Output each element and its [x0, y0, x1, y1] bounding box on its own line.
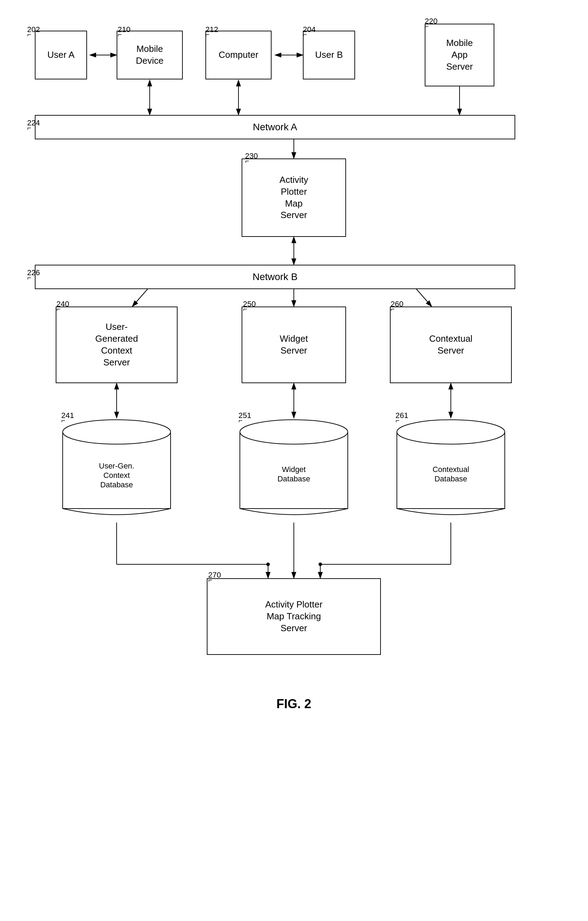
diagram: User A 202 ⌐ MobileDevice 210 ⌐ Computer…	[0, 0, 588, 921]
svg-text:Database: Database	[100, 480, 133, 489]
svg-point-30	[240, 420, 348, 444]
widget-server-box: WidgetServer	[242, 306, 346, 383]
ref-260-arrow: ⌐	[391, 305, 395, 313]
user-gen-context-server-box: User-GeneratedContextServer	[56, 306, 177, 383]
mobile-device-label: MobileDevice	[136, 43, 163, 67]
activity-plotter-map-tracking-server-label: Activity PlotterMap TrackingServer	[265, 599, 323, 634]
ref-240-arrow: ⌐	[57, 305, 60, 313]
svg-text:Contextual: Contextual	[432, 465, 469, 474]
widget-db: Widget Database 251 ⌐	[236, 418, 351, 522]
activity-plotter-map-server-label: ActivityPlotterMapServer	[279, 174, 308, 221]
network-a-label: Network A	[253, 122, 297, 133]
user-gen-context-server-label: User-GeneratedContextServer	[96, 321, 138, 368]
ref-212-arrow: ⌐	[205, 31, 210, 39]
activity-plotter-map-server-box: ActivityPlotterMapServer	[242, 158, 346, 237]
mobile-app-server-label: MobileAppServer	[446, 37, 473, 72]
mobile-app-server-box: MobileAppServer	[425, 24, 494, 86]
computer-label: Computer	[219, 49, 258, 61]
ref-241-arrow: ⌐	[61, 417, 65, 425]
user-b-box: User B	[303, 31, 355, 80]
user-a-box: User A	[35, 31, 87, 80]
ref-220-arrow: ⌐	[425, 22, 429, 30]
network-b-bar: Network B	[35, 265, 515, 289]
svg-point-25	[63, 420, 171, 444]
ref-226-arrow: ⌐	[27, 274, 31, 282]
contextual-db: Contextual Database 261 ⌐	[393, 418, 508, 522]
network-a-bar: Network A	[35, 115, 515, 139]
ref-224-arrow: ⌐	[27, 124, 31, 132]
ref-251-arrow: ⌐	[239, 417, 243, 425]
svg-text:Database: Database	[278, 474, 310, 483]
contextual-server-box: ContextualServer	[390, 306, 512, 383]
activity-plotter-map-tracking-server-box: Activity PlotterMap TrackingServer	[207, 578, 381, 655]
user-gen-context-db: User-Gen. Context Database 241 ⌐	[59, 418, 174, 522]
user-a-label: User A	[47, 49, 75, 61]
ref-202-arrow: ⌐	[27, 31, 31, 39]
user-b-label: User B	[315, 49, 343, 61]
svg-point-34	[397, 420, 505, 444]
svg-point-22	[266, 563, 270, 566]
figure-label: FIG. 2	[242, 696, 346, 711]
ref-230-arrow: ⌐	[245, 157, 249, 165]
svg-point-23	[318, 563, 322, 566]
svg-text:Database: Database	[434, 474, 467, 483]
ref-261-arrow: ⌐	[395, 417, 400, 425]
contextual-server-label: ContextualServer	[429, 333, 473, 357]
ref-210-arrow: ⌐	[118, 31, 122, 39]
ref-270-arrow: ⌐	[208, 576, 212, 584]
mobile-device-box: MobileDevice	[117, 31, 183, 80]
widget-server-label: WidgetServer	[280, 333, 308, 357]
svg-text:Widget: Widget	[282, 465, 306, 474]
network-b-label: Network B	[252, 271, 297, 283]
ref-250-arrow: ⌐	[243, 305, 247, 313]
svg-text:Context: Context	[103, 471, 130, 480]
ref-204-arrow: ⌐	[303, 31, 307, 39]
computer-box: Computer	[205, 31, 271, 80]
svg-text:User-Gen.: User-Gen.	[99, 462, 134, 470]
